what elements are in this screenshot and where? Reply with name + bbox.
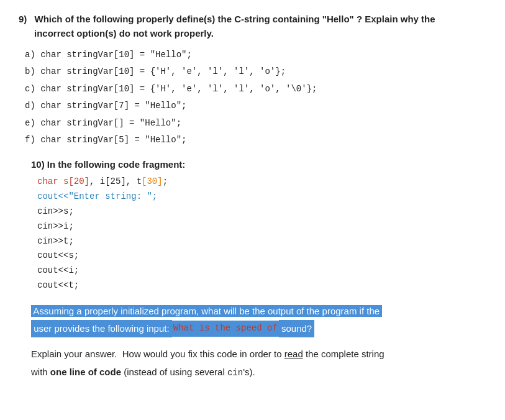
- highlight-text-2a: user provides the following input:: [31, 320, 172, 337]
- highlight-line-1: Assuming a properly initialized program,…: [31, 303, 486, 319]
- question-10: 10) In the following code fragment: char…: [31, 159, 486, 381]
- highlighted-block: Assuming a properly initialized program,…: [31, 303, 486, 337]
- option-c: c) char stringVar[10] = {'H', 'e', 'l', …: [25, 81, 486, 96]
- option-a: a) char stringVar[10] = "Hello";: [25, 47, 486, 62]
- question-10-number: 10): [31, 159, 45, 170]
- highlight-code-input: What is the speed of: [172, 321, 279, 337]
- code-cout-enter: cout<<"Enter string: ";: [37, 191, 157, 201]
- highlight-text-2b: sound?: [279, 320, 315, 337]
- code-line-5: cin>>t;: [37, 234, 486, 249]
- answer-line-1: Explain your answer. How would you fix t…: [31, 346, 486, 362]
- code-semi1: ;: [163, 176, 168, 186]
- highlight-line-2: user provides the following input: What …: [31, 320, 486, 337]
- question-9-text: Which of the following properly define(s…: [19, 14, 435, 39]
- option-d: d) char stringVar[7] = "Hello";: [25, 98, 486, 112]
- question-9-number: 9): [19, 14, 27, 24]
- code-line-3: cin>>s;: [37, 204, 486, 219]
- question-10-title: 10) In the following code fragment:: [31, 159, 486, 170]
- answer-block: Explain your answer. How would you fix t…: [31, 346, 486, 381]
- option-e: e) char stringVar[] = "Hello";: [25, 115, 486, 130]
- read-underline: read: [284, 349, 303, 359]
- highlight-text-1: Assuming a properly initialized program,…: [31, 305, 382, 317]
- question-9: 9) Which of the following properly defin…: [19, 12, 486, 147]
- answer-line-2: with one line of code (instead of using …: [31, 364, 486, 381]
- code-char-s: char s[20]: [37, 176, 89, 186]
- code-line-6: cout<<s;: [37, 249, 486, 263]
- code-comma1: , i[25], t: [89, 176, 142, 186]
- code-line-7: cout<<i;: [37, 263, 486, 278]
- code-line-1: char s[20], i[25], t[30];: [37, 175, 486, 189]
- cin-code: cin: [227, 368, 243, 378]
- code-line-8: cout<<t;: [37, 278, 486, 293]
- code-t30: [30]: [142, 176, 163, 186]
- option-f: f) char stringVar[5] = "Hello";: [25, 132, 486, 147]
- option-b: b) char stringVar[10] = {'H', 'e', 'l', …: [25, 63, 486, 78]
- question-9-options: a) char stringVar[10] = "Hello"; b) char…: [25, 47, 486, 147]
- code-fragment: char s[20], i[25], t[30]; cout<<"Enter s…: [37, 175, 486, 293]
- question-9-title: 9) Which of the following properly defin…: [19, 12, 486, 40]
- question-10-title-text: In the following code fragment:: [47, 159, 186, 170]
- one-line-bold: one line of code: [50, 367, 121, 377]
- code-line-4: cin>>i;: [37, 219, 486, 234]
- code-line-2: cout<<"Enter string: ";: [37, 189, 486, 204]
